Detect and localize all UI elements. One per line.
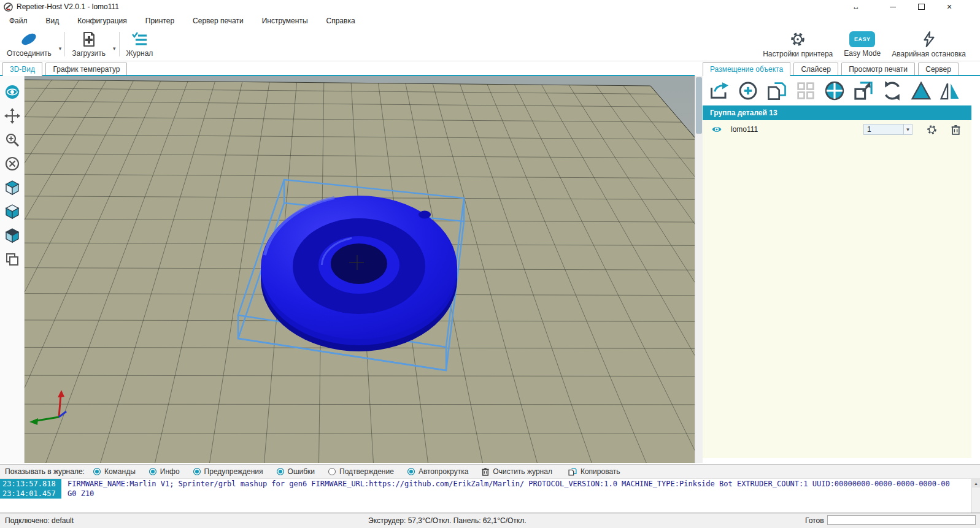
layers-icon <box>4 251 20 267</box>
object-settings-button[interactable] <box>926 124 938 136</box>
show-edges-tool[interactable] <box>2 248 22 270</box>
export-icon <box>709 82 730 100</box>
disconnect-button[interactable]: Отсоединить <box>1 28 57 60</box>
object-group-header[interactable]: Группа деталей 13 <box>703 105 971 120</box>
autoposition-button[interactable] <box>794 80 817 101</box>
lightning-bolt-icon <box>921 31 937 48</box>
export-object-button[interactable] <box>708 80 731 101</box>
tab-slicer[interactable]: Слайсер <box>793 63 838 76</box>
log-toggle-autoscroll[interactable]: Автопрокрутка <box>407 467 468 476</box>
tab-3d-view[interactable]: 3D-Вид <box>2 62 42 76</box>
move-view-tool[interactable] <box>2 105 22 127</box>
log-scrollbar[interactable]: ▲ <box>971 479 980 513</box>
maximize-button[interactable] <box>911 0 932 13</box>
tab-object-placement[interactable]: Размещение объекта <box>703 62 790 76</box>
object-name: lomo111 <box>731 125 758 134</box>
scroll-up-arrow[interactable]: ▲ <box>972 479 980 488</box>
log-output[interactable]: 23:13:57.818 FIRMWARE_NAME:Marlin V1; Sp… <box>0 479 971 513</box>
emergency-stop-label: Аварийная остановка <box>892 50 966 58</box>
object-row[interactable]: lomo111 1 ▼ <box>703 120 971 139</box>
trash-icon <box>951 124 960 135</box>
viewport-scrollbar[interactable] <box>695 76 703 463</box>
minimize-button[interactable] <box>882 0 903 13</box>
log-timestamp: 23:14:01.457 <box>0 489 61 499</box>
top-view-tool[interactable] <box>2 224 22 247</box>
menu-print-server[interactable]: Сервер печати <box>183 13 253 28</box>
clear-log-button[interactable]: Очистить журнал <box>482 467 552 476</box>
radio-icon <box>149 468 156 475</box>
mirror-object-button[interactable] <box>938 80 962 101</box>
easy-mode-badge: EASY <box>849 31 875 47</box>
disconnect-label: Отсоединить <box>7 49 52 58</box>
load-file-icon <box>81 31 97 47</box>
tab-print-preview[interactable]: Просмотр печати <box>841 63 915 76</box>
window-title: Repetier-Host V2.0.1 - lomo111 <box>17 2 119 11</box>
object-count-input[interactable]: 1 <box>863 124 904 135</box>
scrollbar-thumb[interactable] <box>696 77 702 134</box>
gear-icon <box>789 31 807 48</box>
object-list: lomo111 1 ▼ <box>703 120 971 458</box>
menu-config[interactable]: Конфигурация <box>68 13 136 28</box>
mirror-icon <box>939 80 961 101</box>
copy-pages-icon <box>766 81 787 101</box>
log-toggle-info[interactable]: Инфо <box>149 467 180 476</box>
load-label: Загрузить <box>72 49 106 58</box>
toggle-log-button[interactable]: Журнал <box>121 28 159 60</box>
load-button[interactable]: Загрузить <box>66 28 111 60</box>
clear-log-label: Очистить журнал <box>493 467 552 476</box>
log-toggle-errors[interactable]: Ошибки <box>277 467 315 476</box>
printer-settings-button[interactable]: Настройки принтера <box>757 28 838 60</box>
viewport-3d[interactable] <box>25 76 695 463</box>
toggle-label: Подтверждение <box>339 467 394 476</box>
toggle-label: Ошибки <box>288 467 315 476</box>
add-object-button[interactable] <box>736 80 760 101</box>
load-dropdown-caret[interactable]: ▾ <box>111 45 118 52</box>
menu-help[interactable]: Справка <box>317 13 365 28</box>
tab-temp-graph[interactable]: График температур <box>45 63 127 76</box>
count-dropdown-caret[interactable]: ▼ <box>904 124 912 135</box>
trash-icon <box>482 467 489 476</box>
front-view-tool[interactable] <box>2 201 22 223</box>
object-placement-panel: Группа деталей 13 lomo111 1 ▼ <box>703 76 980 463</box>
isometric-view-tool[interactable] <box>2 177 22 199</box>
copy-icon <box>568 467 577 476</box>
disconnect-dropdown-caret[interactable]: ▾ <box>57 45 64 52</box>
drop-object-button[interactable] <box>909 80 933 101</box>
close-button[interactable]: × <box>939 0 960 13</box>
log-toggle-ack[interactable]: Подтверждение <box>328 467 394 476</box>
menu-file[interactable]: Файл <box>0 13 37 28</box>
scale-icon <box>852 80 874 101</box>
rotate-view-tool[interactable] <box>2 81 22 103</box>
title-bar: Repetier-Host V2.0.1 - lomo111 ↔ × <box>0 0 980 13</box>
print-bed-scene <box>25 76 695 463</box>
menu-printer[interactable]: Принтер <box>136 13 183 28</box>
delete-object-button[interactable] <box>951 124 960 135</box>
log-toggle-warnings[interactable]: Предупреждения <box>193 467 263 476</box>
orbit-icon <box>4 83 21 101</box>
radio-icon <box>407 468 415 475</box>
radio-icon <box>93 468 101 475</box>
radio-icon <box>277 468 284 475</box>
visibility-eye-icon[interactable] <box>711 125 722 134</box>
toolbar-separator <box>64 32 65 56</box>
rotate-object-button[interactable] <box>881 80 904 101</box>
circle-x-icon <box>4 156 20 172</box>
rotate-arrows-icon <box>881 80 903 101</box>
radio-icon <box>193 468 201 475</box>
menu-bar: Файл Вид Конфигурация Принтер Сервер печ… <box>0 13 980 28</box>
status-bar: Подключено: default Экструдер: 57,3°C/От… <box>0 513 980 528</box>
scale-object-button[interactable] <box>852 80 875 101</box>
copy-object-button[interactable] <box>765 80 789 101</box>
tab-server[interactable]: Сервер <box>918 63 959 76</box>
easy-mode-label: Easy Mode <box>844 49 881 58</box>
easy-mode-button[interactable]: EASY Easy Mode <box>838 28 886 60</box>
menu-view[interactable]: Вид <box>37 13 69 28</box>
log-toggle-commands[interactable]: Команды <box>93 467 136 476</box>
dock-toggle-icon[interactable]: ↔ <box>846 0 866 13</box>
reset-view-tool[interactable] <box>2 153 22 175</box>
center-object-button[interactable] <box>823 80 846 101</box>
emergency-stop-button[interactable]: Аварийная остановка <box>886 28 971 60</box>
menu-tools[interactable]: Инструменты <box>253 13 317 28</box>
zoom-view-tool[interactable] <box>2 129 22 151</box>
copy-log-button[interactable]: Копировать <box>568 467 620 476</box>
